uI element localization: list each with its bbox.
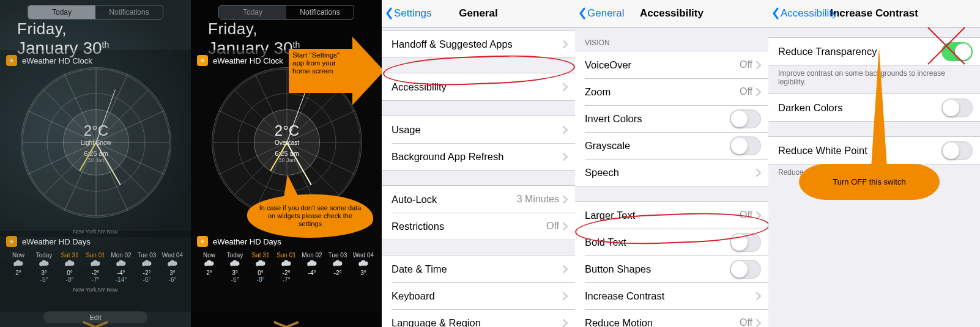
settings-cell[interactable]: RestrictionsOff bbox=[382, 213, 575, 240]
forecast-day: Now2° bbox=[197, 252, 221, 283]
chevron-right-icon bbox=[756, 292, 761, 300]
forecast-day: Tue 03-2° bbox=[325, 252, 350, 283]
widget-title: eWeather HD Clock bbox=[213, 56, 283, 65]
today-notif-segment[interactable]: Today Notifications bbox=[218, 5, 354, 20]
settings-cell[interactable]: Bold Text bbox=[575, 229, 768, 255]
toggle[interactable] bbox=[730, 136, 761, 155]
settings-general-panel: Settings General Handoff & Suggested App… bbox=[382, 0, 575, 327]
toggle[interactable] bbox=[730, 233, 761, 252]
settings-cell[interactable]: Usage bbox=[382, 116, 575, 143]
cell-reduce-white-point[interactable]: Reduce White Point bbox=[768, 137, 980, 164]
navbar: Accessibility Increase Contrast bbox=[768, 0, 980, 28]
widget-eweather-days[interactable]: ☀ eWeather HD Days Now2°Today3°-5°Sat 31… bbox=[191, 231, 382, 312]
chevron-right-icon bbox=[563, 126, 568, 134]
cell-darken-colors[interactable]: Darken Colors bbox=[768, 94, 980, 121]
grabber-icon[interactable] bbox=[274, 320, 299, 327]
settings-cell[interactable]: Auto-Lock3 Minutes bbox=[382, 186, 575, 213]
settings-cell[interactable]: Speech bbox=[575, 159, 768, 186]
footer-text: Improve contrast on some backgrounds to … bbox=[768, 65, 980, 94]
settings-accessibility-panel: General Accessibility Vision VoiceOverOf… bbox=[575, 0, 768, 327]
annotation-arrow: Start "Settings" app from your home scre… bbox=[289, 37, 382, 110]
annotation-cloud: Turn OFF this switch bbox=[799, 164, 940, 200]
chevron-left-icon bbox=[579, 7, 586, 20]
page-title: Accessibility bbox=[640, 7, 703, 20]
chevron-right-icon bbox=[563, 222, 568, 230]
tab-notifications[interactable]: Notifications bbox=[286, 6, 354, 19]
clock-date: 30 Jan bbox=[278, 157, 295, 163]
cell-reduce-transparency[interactable]: Reduce Transparency bbox=[768, 38, 980, 65]
tab-today[interactable]: Today bbox=[219, 6, 286, 19]
chevron-right-icon bbox=[756, 61, 761, 69]
forecast-day: Today3°-5° bbox=[223, 252, 247, 283]
back-button[interactable]: General bbox=[579, 0, 624, 27]
settings-cell[interactable]: Invert Colors bbox=[575, 105, 768, 132]
widget-dark-panel: Today Notifications Friday, January 30th… bbox=[191, 0, 382, 327]
settings-cell[interactable]: VoiceOverOff bbox=[575, 51, 768, 78]
toggle-reduce-transparency[interactable] bbox=[941, 42, 973, 61]
settings-cell[interactable]: Increase Contrast bbox=[575, 282, 768, 309]
chevron-right-icon bbox=[563, 153, 568, 161]
widget-light-panel: Today Notifications Friday, January 30th… bbox=[0, 0, 191, 327]
settings-increase-contrast-panel: Accessibility Increase Contrast Reduce T… bbox=[768, 0, 980, 327]
settings-cell[interactable]: Button Shapes bbox=[575, 255, 768, 282]
forecast-day: Sun 01-2°-7° bbox=[274, 252, 299, 283]
chevron-right-icon bbox=[756, 319, 761, 327]
toggle[interactable] bbox=[730, 109, 761, 128]
annotation-bubble: In case if you don't see some data on wi… bbox=[247, 194, 373, 238]
chevron-right-icon bbox=[563, 319, 568, 327]
page-title: General bbox=[459, 7, 497, 20]
settings-cell[interactable]: Handoff & Suggested Apps bbox=[382, 31, 575, 57]
forecast-day: Sat 310°-8° bbox=[248, 252, 273, 283]
chevron-right-icon bbox=[563, 83, 568, 91]
chevron-right-icon bbox=[756, 211, 761, 219]
settings-cell[interactable]: Keyboard bbox=[382, 282, 575, 309]
settings-cell[interactable]: Accessibility bbox=[382, 73, 575, 100]
chevron-left-icon bbox=[385, 7, 393, 20]
eweather-icon: ☀ bbox=[197, 236, 208, 247]
chevron-right-icon bbox=[563, 265, 568, 273]
settings-cell[interactable]: Grayscale bbox=[575, 132, 768, 159]
navbar: General Accessibility bbox=[575, 0, 768, 28]
chevron-right-icon bbox=[563, 196, 568, 204]
page-title: Increase Contrast bbox=[830, 7, 918, 20]
toggle[interactable] bbox=[730, 260, 761, 279]
chevron-right-icon bbox=[563, 292, 568, 300]
temperature: 2°C bbox=[275, 122, 299, 139]
widget-title: eWeather HD Days bbox=[213, 237, 281, 246]
eweather-icon: ☀ bbox=[197, 55, 208, 66]
forecast-day: Wed 043° bbox=[351, 252, 376, 283]
back-button[interactable]: Settings bbox=[385, 0, 431, 27]
chevron-right-icon bbox=[756, 88, 761, 96]
group-header-vision: Vision bbox=[575, 28, 768, 51]
toggle-darken-colors[interactable] bbox=[941, 98, 973, 117]
forecast-day: Mon 02-4° bbox=[300, 252, 324, 283]
settings-cell[interactable]: ZoomOff bbox=[575, 78, 768, 105]
chevron-right-icon bbox=[756, 169, 761, 177]
back-button[interactable]: Accessibility bbox=[772, 0, 837, 27]
toggle-reduce-white-point[interactable] bbox=[941, 141, 973, 160]
chevron-left-icon bbox=[772, 7, 779, 20]
settings-cell[interactable]: Date & Time bbox=[382, 255, 575, 282]
navbar: Settings General bbox=[382, 0, 575, 28]
chevron-right-icon bbox=[563, 40, 568, 48]
settings-cell[interactable]: Background App Refresh bbox=[382, 143, 575, 170]
settings-cell[interactable]: Reduce MotionOff bbox=[575, 309, 768, 327]
settings-cell[interactable]: Larger TextOff bbox=[575, 202, 768, 229]
settings-cell[interactable]: Language & Region bbox=[382, 309, 575, 327]
